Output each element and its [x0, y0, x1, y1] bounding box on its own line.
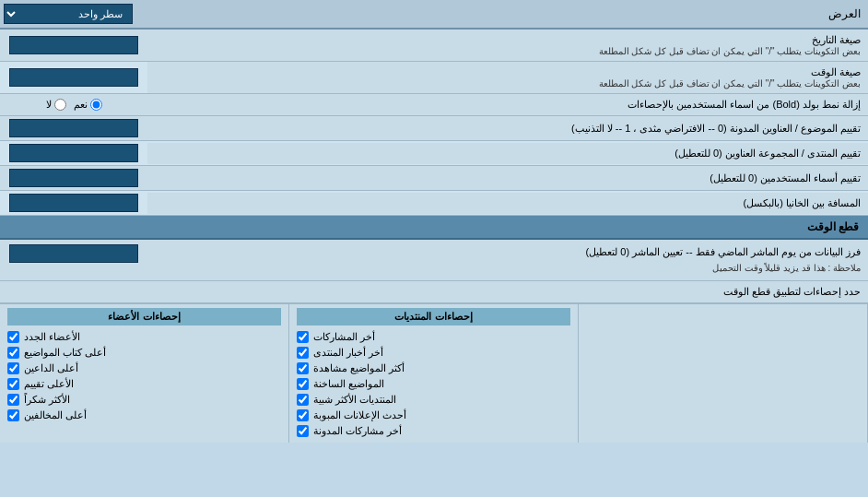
- stat-member-item-0: الأعضاء الجدد: [7, 329, 281, 345]
- forum-count-input[interactable]: 33: [9, 144, 138, 162]
- forum-count-input-area: 33: [0, 141, 147, 165]
- time-format-label-sub: بعض التكوينات يتطلب "/" التي يمكن ان تضا…: [155, 78, 861, 89]
- display-select[interactable]: سطر واحد سطرين ثلاثة أسطر: [4, 4, 133, 24]
- stat-member-check-3[interactable]: [7, 378, 19, 390]
- stat-forum-label-3: المواضيع الساخنة: [313, 378, 384, 390]
- stat-forum-label-6: أخر مشاركات المدونة: [313, 425, 402, 437]
- cutoff-label: فرز البيانات من يوم الماشر الماضي فقط --…: [147, 240, 868, 280]
- stat-forum-label-1: أخر أخبار المنتدى: [313, 347, 383, 359]
- stat-member-check-5[interactable]: [7, 409, 19, 421]
- date-format-input[interactable]: d-m: [9, 36, 138, 54]
- user-count-label: تقييم أسماء المستخدمين (0 للتعطيل): [147, 168, 868, 189]
- topic-count-input-area: 33: [0, 116, 147, 140]
- gap-label: المسافة بين الخانيا (بالبكسل): [147, 193, 868, 214]
- stat-forum-check-4[interactable]: [297, 394, 309, 406]
- bold-remove-label: إزالة نمط بولد (Bold) من اسماء المستخدمي…: [147, 94, 868, 115]
- cutoff-label-main: فرز البيانات من يوم الماشر الماضي فقط --…: [155, 244, 861, 261]
- stat-forum-check-5[interactable]: [297, 409, 309, 421]
- stat-member-check-1[interactable]: [7, 347, 19, 359]
- gap-input[interactable]: 2: [9, 194, 138, 212]
- display-label: العرض: [136, 3, 868, 25]
- topic-count-input[interactable]: 33: [9, 119, 138, 137]
- date-format-input-area: d-m: [0, 33, 147, 57]
- gap-row: المسافة بين الخانيا (بالبكسل) 2: [0, 191, 868, 216]
- stat-member-check-4[interactable]: [7, 394, 19, 406]
- topic-count-row: تقييم الموضوع / العناوين المدونة (0 -- ا…: [0, 116, 868, 141]
- cutoff-header: قطع الوقت: [0, 216, 868, 240]
- member-stats-header: إحصاءات الأعضاء: [7, 308, 281, 325]
- stats-col-forums: إحصاءات المنتديات أخر المشاركات أخر أخبا…: [289, 304, 579, 443]
- forum-count-row: تقييم المنتدى / المجموعة العناوين (0 للت…: [0, 141, 868, 166]
- radio-yes-input[interactable]: [90, 99, 102, 111]
- stat-member-check-2[interactable]: [7, 362, 19, 374]
- stat-forum-check-2[interactable]: [297, 362, 309, 374]
- stat-member-label-4: الأكثر شكراً: [24, 394, 70, 406]
- time-format-input[interactable]: H:i: [9, 68, 138, 87]
- stat-member-item-5: أعلى المخالفين: [7, 408, 281, 423]
- stats-apply-label: حدد إحصاءات لتطبيق قطع الوقت: [147, 281, 868, 302]
- stat-forum-label-0: أخر المشاركات: [313, 331, 375, 343]
- stat-member-item-3: الأعلى تقييم: [7, 376, 281, 392]
- time-format-input-area: H:i: [0, 65, 147, 89]
- stat-forum-item-3: المواضيع الساخنة: [297, 376, 570, 392]
- forum-stats-header: إحصاءات المنتديات: [297, 308, 570, 325]
- gap-input-area: 2: [0, 191, 147, 215]
- stat-forum-label-2: أكثر المواضيع مشاهدة: [313, 362, 405, 374]
- stat-member-check-0[interactable]: [7, 331, 19, 343]
- user-count-input-area: 0: [0, 166, 147, 190]
- date-format-label: صيغة التاريخ بعض التكوينات يتطلب "/" الت…: [147, 30, 868, 61]
- radio-no-label: لا: [46, 99, 52, 111]
- stat-member-item-2: أعلى الداعين: [7, 361, 281, 376]
- topic-count-label: تقييم الموضوع / العناوين المدونة (0 -- ا…: [147, 118, 868, 139]
- stats-col-members: إحصاءات الأعضاء الأعضاء الجدد أعلى كتاب …: [0, 304, 289, 443]
- stat-forum-label-5: أحدث الإعلانات المبوبة: [313, 409, 406, 421]
- stat-forum-check-3[interactable]: [297, 378, 309, 390]
- stat-forum-item-1: أخر أخبار المنتدى: [297, 345, 570, 361]
- time-format-label-main: صيغة الوقت: [155, 66, 861, 78]
- stat-member-label-3: الأعلى تقييم: [24, 378, 74, 390]
- cutoff-row: فرز البيانات من يوم الماشر الماضي فقط --…: [0, 240, 868, 281]
- stat-member-item-1: أعلى كتاب المواضيع: [7, 345, 281, 361]
- user-count-input[interactable]: 0: [9, 169, 138, 187]
- time-format-label: صيغة الوقت بعض التكوينات يتطلب "/" التي …: [147, 62, 868, 93]
- bold-remove-row: إزالة نمط بولد (Bold) من اسماء المستخدمي…: [0, 94, 868, 116]
- cutoff-input[interactable]: 0: [9, 244, 138, 263]
- date-format-label-sub: بعض التكوينات يتطلب "/" التي يمكن ان تضا…: [155, 46, 861, 56]
- main-container: العرض سطر واحد سطرين ثلاثة أسطر صيغة الت…: [0, 0, 868, 443]
- stat-member-label-2: أعلى الداعين: [24, 362, 78, 374]
- stats-col-empty: [579, 304, 868, 443]
- bold-remove-options: نعم لا: [0, 96, 147, 113]
- stat-member-label-1: أعلى كتاب المواضيع: [24, 347, 106, 359]
- stat-forum-item-0: أخر المشاركات: [297, 329, 570, 345]
- user-count-row: تقييم أسماء المستخدمين (0 للتعطيل) 0: [0, 166, 868, 191]
- stat-forum-check-0[interactable]: [297, 331, 309, 343]
- stat-forum-item-6: أخر مشاركات المدونة: [297, 423, 570, 439]
- stat-forum-label-4: المنتديات الأكثر شبية: [313, 394, 396, 406]
- radio-no-input[interactable]: [54, 99, 66, 111]
- stat-forum-item-2: أكثر المواضيع مشاهدة: [297, 361, 570, 376]
- stat-forum-item-4: المنتديات الأكثر شبية: [297, 392, 570, 408]
- cutoff-input-area: 0: [0, 240, 147, 266]
- stat-forum-item-5: أحدث الإعلانات المبوبة: [297, 408, 570, 423]
- stat-forum-check-6[interactable]: [297, 425, 309, 437]
- stats-columns: إحصاءات المنتديات أخر المشاركات أخر أخبا…: [0, 303, 868, 443]
- radio-yes-label: نعم: [74, 99, 88, 111]
- forum-count-label: تقييم المنتدى / المجموعة العناوين (0 للت…: [147, 143, 868, 164]
- stat-forum-check-1[interactable]: [297, 347, 309, 359]
- display-row: العرض سطر واحد سطرين ثلاثة أسطر: [0, 0, 868, 30]
- date-format-label-main: صيغة التاريخ: [155, 34, 861, 46]
- date-format-row: صيغة التاريخ بعض التكوينات يتطلب "/" الت…: [0, 30, 868, 62]
- stat-member-label-5: أعلى المخالفين: [24, 409, 87, 421]
- stats-apply-row: حدد إحصاءات لتطبيق قطع الوقت: [0, 281, 868, 303]
- cutoff-label-note: ملاحظة : هذا قد يزيد قليلاً وقت التحميل: [155, 261, 861, 276]
- stat-member-item-4: الأكثر شكراً: [7, 392, 281, 408]
- time-format-row: صيغة الوقت بعض التكوينات يتطلب "/" التي …: [0, 62, 868, 94]
- radio-yes: نعم: [74, 99, 102, 111]
- radio-no: لا: [46, 99, 66, 111]
- stat-member-label-0: الأعضاء الجدد: [24, 331, 80, 343]
